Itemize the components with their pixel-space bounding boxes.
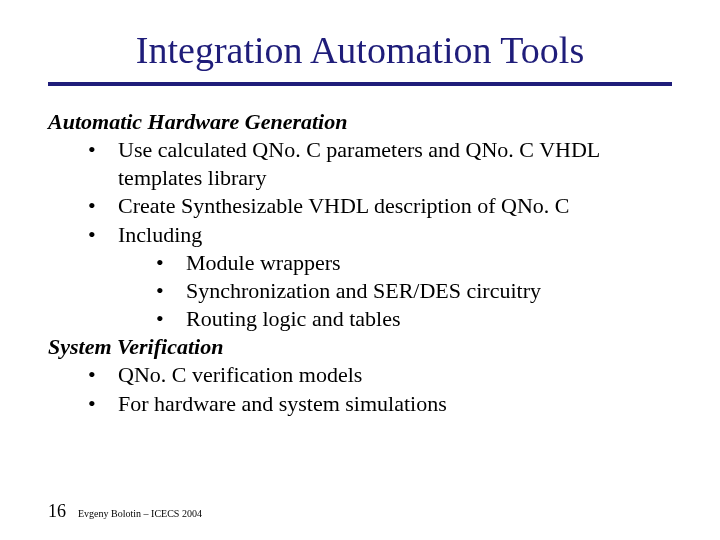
bullet-text: For hardware and system simulations xyxy=(118,390,672,418)
bullet-icon: • xyxy=(88,390,118,418)
bullet-text: Use calculated QNo. C parameters and QNo… xyxy=(118,136,672,192)
bullet-icon: • xyxy=(88,192,118,220)
list-item: • Module wrappers xyxy=(156,249,672,277)
bullet-icon: • xyxy=(88,136,118,192)
bullet-text: QNo. C verification models xyxy=(118,361,672,389)
slide-footer: 16 Evgeny Bolotin – ICECS 2004 xyxy=(48,501,202,522)
list-item: • Including xyxy=(88,221,672,249)
list-item: • For hardware and system simulations xyxy=(88,390,672,418)
slide: Integration Automation Tools Automatic H… xyxy=(0,0,720,540)
bullet-text: Synchronization and SER/DES circuitry xyxy=(186,277,672,305)
list-item: • Synchronization and SER/DES circuitry xyxy=(156,277,672,305)
bullet-icon: • xyxy=(156,305,186,333)
bullet-icon: • xyxy=(156,277,186,305)
bullet-text: Routing logic and tables xyxy=(186,305,672,333)
title-underline xyxy=(48,82,672,86)
bullet-icon: • xyxy=(88,221,118,249)
page-number: 16 xyxy=(48,501,66,522)
list-item: • Routing logic and tables xyxy=(156,305,672,333)
list-item: • QNo. C verification models xyxy=(88,361,672,389)
list-item: • Create Synthesizable VHDL description … xyxy=(88,192,672,220)
content-area: Automatic Hardware Generation • Use calc… xyxy=(48,108,672,418)
slide-title: Integration Automation Tools xyxy=(48,28,672,72)
bullet-icon: • xyxy=(88,361,118,389)
bullet-text: Including xyxy=(118,221,672,249)
list-item: • Use calculated QNo. C parameters and Q… xyxy=(88,136,672,192)
bullet-text: Module wrappers xyxy=(186,249,672,277)
bullet-text: Create Synthesizable VHDL description of… xyxy=(118,192,672,220)
section-heading-2: System Verification xyxy=(48,333,672,361)
bullet-icon: • xyxy=(156,249,186,277)
section-heading-1: Automatic Hardware Generation xyxy=(48,108,672,136)
footer-text: Evgeny Bolotin – ICECS 2004 xyxy=(78,508,202,519)
